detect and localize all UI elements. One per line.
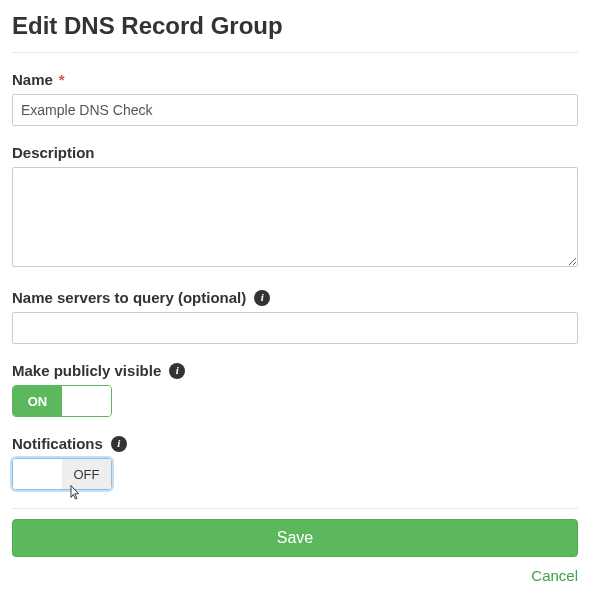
nameservers-input[interactable] [12, 312, 578, 344]
toggle-on-label: ON [13, 459, 62, 489]
notifications-toggle[interactable]: ON OFF [12, 458, 112, 490]
save-button[interactable]: Save [12, 519, 578, 557]
field-nameservers: Name servers to query (optional) i [12, 289, 578, 344]
info-icon[interactable]: i [254, 290, 270, 306]
notifications-label: Notifications [12, 435, 103, 452]
name-label: Name [12, 71, 53, 88]
description-label-row: Description [12, 144, 578, 161]
toggle-off-label: OFF [62, 386, 111, 416]
toggle-off-label: OFF [62, 459, 111, 489]
toggle-on-label: ON [13, 386, 62, 416]
nameservers-label: Name servers to query (optional) [12, 289, 246, 306]
required-marker: * [59, 71, 65, 88]
field-description: Description [12, 144, 578, 271]
field-notifications: Notifications i ON OFF [12, 435, 578, 490]
divider-bottom [12, 508, 578, 509]
field-name: Name * [12, 71, 578, 126]
name-label-row: Name * [12, 71, 578, 88]
public-label: Make publicly visible [12, 362, 161, 379]
description-textarea[interactable] [12, 167, 578, 267]
public-toggle[interactable]: ON OFF [12, 385, 112, 417]
public-label-row: Make publicly visible i [12, 362, 578, 379]
page-title: Edit DNS Record Group [12, 12, 578, 40]
notifications-label-row: Notifications i [12, 435, 578, 452]
description-label: Description [12, 144, 95, 161]
cancel-link[interactable]: Cancel [531, 567, 578, 584]
divider-top [12, 52, 578, 53]
name-input[interactable] [12, 94, 578, 126]
field-public: Make publicly visible i ON OFF [12, 362, 578, 417]
info-icon[interactable]: i [169, 363, 185, 379]
info-icon[interactable]: i [111, 436, 127, 452]
nameservers-label-row: Name servers to query (optional) i [12, 289, 578, 306]
